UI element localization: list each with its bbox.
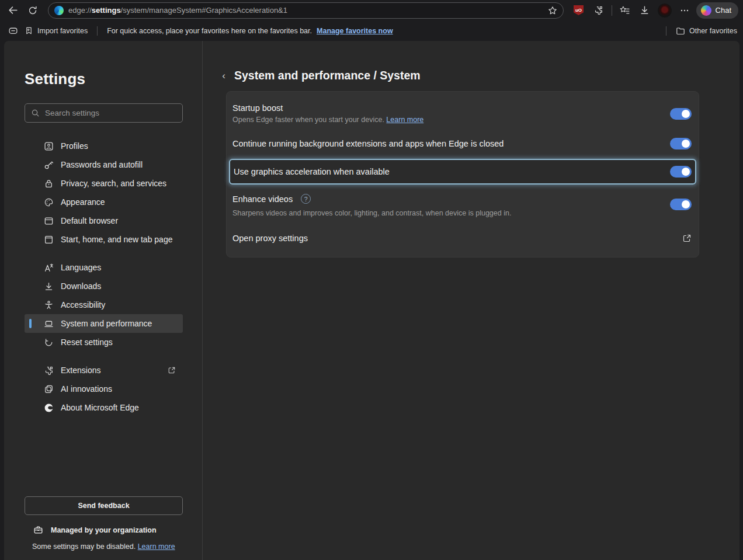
sidebar-item-passwords[interactable]: Passwords and autofill (25, 155, 183, 174)
sidebar-item-profiles[interactable]: Profiles (25, 137, 183, 155)
proxy-external-link-icon (682, 234, 692, 243)
palette-icon (44, 197, 54, 207)
enhance-videos-title: Enhance videos (232, 194, 293, 204)
startup-boost-desc: Opens Edge faster when you start your de… (232, 116, 661, 124)
background-apps-row: Continue running background extensions a… (229, 130, 696, 158)
settings-title: Settings (25, 70, 202, 88)
url-text[interactable]: edge://settings/system/manageSystem#Grap… (68, 6, 543, 15)
sidebar-item-ai-innovations[interactable]: AI innovations (25, 380, 183, 398)
profiles-icon (44, 141, 54, 151)
sidebar-item-start-home[interactable]: Start, home, and new tab page (25, 230, 183, 249)
breadcrumb-back-icon[interactable]: ‹ (219, 70, 228, 82)
sidebar-item-privacy[interactable]: Privacy, search, and services (25, 174, 183, 193)
open-proxy-settings-row[interactable]: Open proxy settings (229, 222, 696, 255)
puzzle-icon (44, 366, 54, 375)
favorites-bar-icon[interactable] (617, 2, 633, 19)
back-icon[interactable] (5, 2, 21, 19)
sidebar-item-extensions[interactable]: Extensions (25, 361, 183, 380)
enhance-videos-toggle[interactable] (670, 199, 692, 210)
search-icon (31, 109, 40, 117)
copilot-chat-button[interactable]: Chat (696, 2, 738, 19)
edge-about-icon (44, 403, 54, 413)
sidebar-item-languages[interactable]: Languages (25, 258, 183, 277)
edge-logo-icon (54, 6, 64, 15)
other-favorites-label: Other favorites (689, 27, 737, 35)
refresh-icon[interactable] (25, 2, 41, 19)
enhance-videos-row: Enhance videos ? Sharpens videos and imp… (229, 186, 696, 222)
settings-disabled-note: Some settings may be disabled. Learn mor… (32, 542, 202, 551)
reset-icon (44, 338, 54, 347)
graphics-acceleration-toggle[interactable] (670, 166, 692, 178)
startup-boost-title: Startup boost (232, 103, 661, 113)
settings-more-icon[interactable] (676, 2, 693, 19)
search-settings-input[interactable] (45, 109, 176, 117)
favorites-bar: Import favorites For quick access, place… (0, 20, 743, 41)
enhance-videos-desc: Sharpens videos and improves color, ligh… (232, 209, 661, 217)
sidebar-item-downloads[interactable]: Downloads (25, 277, 183, 295)
import-favorites-button[interactable]: Import favorites (25, 26, 88, 35)
ublock-extension-icon[interactable]: uO (571, 2, 587, 19)
sidebar-item-default-browser[interactable]: Default browser (25, 211, 183, 230)
startup-boost-learn-more-link[interactable]: Learn more (386, 116, 423, 124)
favorite-star-icon[interactable] (548, 6, 557, 15)
other-favorites-button[interactable]: Other favorites (676, 26, 737, 36)
ai-innovations-icon (44, 384, 54, 394)
managed-by-org: Managed by your organization (33, 525, 202, 535)
search-settings-box[interactable] (25, 103, 183, 123)
settings-sidebar: Settings Profiles Passwords and autofill… (4, 41, 203, 560)
sidebar-item-appearance[interactable]: Appearance (25, 193, 183, 211)
settings-page: Settings Profiles Passwords and autofill… (4, 41, 739, 560)
accessibility-icon (44, 300, 54, 310)
disabled-learn-more-link[interactable]: Learn more (138, 542, 175, 551)
favbar-separator-right (666, 26, 666, 36)
browser-toolbar: edge://settings/system/manageSystem#Grap… (0, 0, 743, 20)
sidebar-item-accessibility[interactable]: Accessibility (25, 295, 183, 314)
settings-nav: Profiles Passwords and autofill Privacy,… (4, 137, 202, 426)
languages-icon (44, 263, 54, 273)
system-settings-card: Startup boost Opens Edge faster when you… (226, 91, 699, 258)
copilot-icon (701, 5, 711, 16)
manage-favorites-link[interactable]: Manage favorites now (317, 27, 393, 35)
favbar-separator (97, 26, 98, 36)
new-tab-page-icon (44, 235, 54, 245)
help-icon[interactable]: ? (301, 194, 311, 204)
briefcase-icon (33, 525, 43, 535)
key-icon (44, 160, 54, 170)
toolbar-separator (612, 5, 612, 16)
graphics-acceleration-title: Use graphics acceleration when available (234, 167, 661, 176)
startup-boost-row: Startup boost Opens Edge faster when you… (229, 94, 696, 130)
chat-label: Chat (716, 6, 731, 15)
open-proxy-settings-title: Open proxy settings (232, 234, 661, 243)
settings-main: ‹ System and performance / System Startu… (203, 41, 739, 560)
background-apps-title: Continue running background extensions a… (232, 139, 661, 148)
sidebar-item-about-edge[interactable]: About Microsoft Edge (25, 398, 183, 417)
import-favorites-label: Import favorites (37, 27, 88, 35)
profile-avatar[interactable] (657, 2, 673, 19)
favorites-hint-text: For quick access, place your favorites h… (107, 27, 312, 35)
downloads-icon[interactable] (637, 2, 653, 19)
address-bar[interactable]: edge://settings/system/manageSystem#Grap… (48, 2, 564, 19)
send-feedback-button[interactable]: Send feedback (25, 496, 183, 515)
background-apps-toggle[interactable] (670, 138, 692, 149)
extensions-puzzle-icon[interactable] (591, 2, 607, 19)
lock-icon (44, 179, 54, 189)
laptop-icon (44, 319, 54, 329)
external-link-icon (168, 366, 176, 374)
page-title: System and performance / System (234, 69, 421, 82)
sidebar-item-system-performance[interactable]: System and performance (25, 314, 183, 333)
browser-window-icon (44, 216, 54, 226)
startup-boost-toggle[interactable] (670, 108, 692, 120)
graphics-acceleration-row: Use graphics acceleration when available (229, 159, 696, 185)
collections-icon[interactable] (6, 24, 20, 38)
sidebar-item-reset-settings[interactable]: Reset settings (25, 333, 183, 352)
download-icon (44, 281, 54, 291)
